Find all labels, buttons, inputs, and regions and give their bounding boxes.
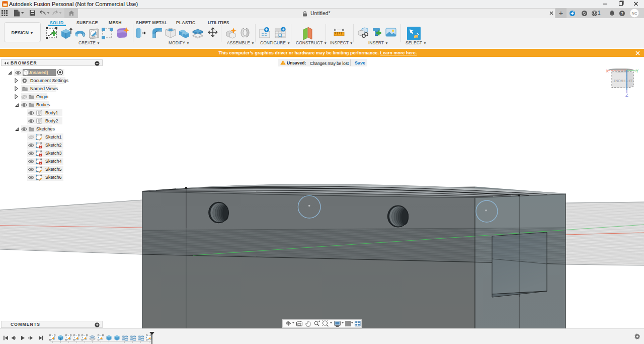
svg-text:LEFT: LEFT (626, 79, 634, 83)
svg-text:Y: Y (636, 68, 639, 74)
svg-text:X: X (606, 68, 609, 74)
svg-text:FRONT: FRONT (613, 79, 625, 83)
svg-text:NC: NC (632, 11, 637, 16)
svg-text:?: ? (621, 11, 623, 16)
svg-text:Z: Z (625, 92, 628, 98)
